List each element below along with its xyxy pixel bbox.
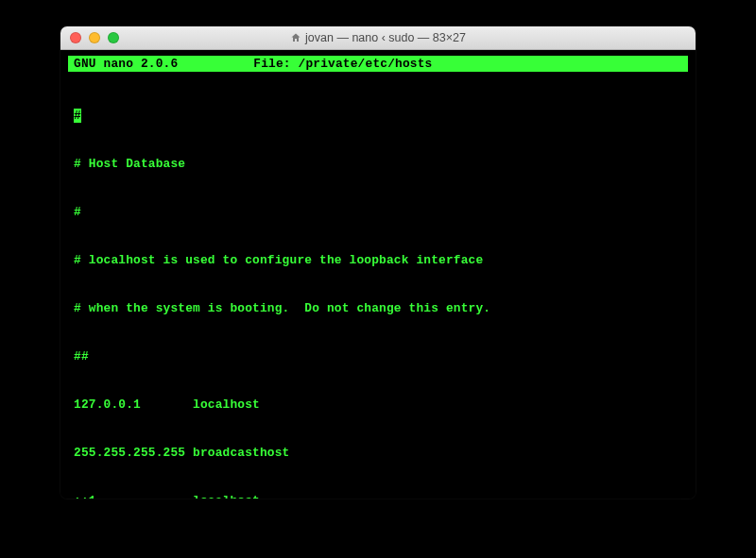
- editor-line: # localhost is used to configure the loo…: [74, 252, 682, 268]
- cursor-icon: #: [74, 109, 81, 123]
- window-titlebar: jovan — nano ‹ sudo — 83×27: [60, 26, 696, 50]
- zoom-icon[interactable]: [108, 32, 119, 43]
- home-icon: [290, 32, 301, 43]
- terminal-window: jovan — nano ‹ sudo — 83×27 GNU nano 2.0…: [60, 26, 696, 499]
- traffic-lights: [60, 32, 119, 43]
- editor-line: #: [74, 204, 682, 220]
- editor-line: ##: [74, 348, 682, 364]
- editor-line: 255.255.255.255 broadcasthost: [74, 445, 682, 461]
- nano-file-label: File: /private/etc/hosts: [215, 56, 682, 72]
- nano-header: GNU nano 2.0.6 File: /private/etc/hosts: [68, 56, 688, 72]
- window-title-text: jovan — nano ‹ sudo — 83×27: [305, 31, 466, 44]
- editor-line: ::1 localhost: [74, 493, 682, 499]
- editor-line: # when the system is booting. Do not cha…: [74, 300, 682, 316]
- window-title: jovan — nano ‹ sudo — 83×27: [60, 26, 696, 49]
- editor-line: # Host Database: [74, 156, 682, 172]
- close-icon[interactable]: [70, 32, 81, 43]
- editor-line: #: [74, 108, 682, 124]
- terminal-body[interactable]: GNU nano 2.0.6 File: /private/etc/hosts …: [60, 50, 696, 499]
- editor-content[interactable]: # # Host Database # # localhost is used …: [64, 74, 692, 499]
- nano-app-label: GNU nano 2.0.6: [74, 56, 215, 72]
- minimize-icon[interactable]: [89, 32, 100, 43]
- editor-line: 127.0.0.1 localhost: [74, 397, 682, 413]
